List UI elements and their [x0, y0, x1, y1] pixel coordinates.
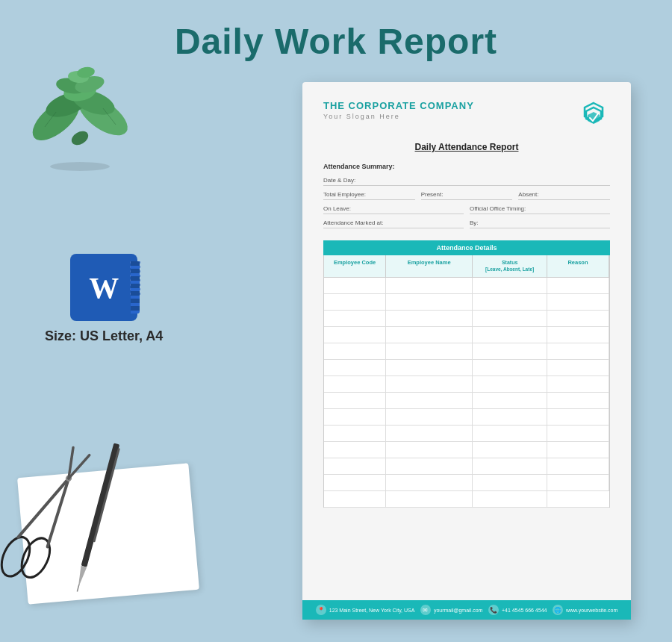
- word-icon-area: W Size: US Letter, A4: [45, 254, 163, 344]
- table-cell: [473, 458, 547, 475]
- plant-decoration: [15, 41, 146, 175]
- table-cell: [386, 426, 473, 442]
- table-cell: [386, 475, 473, 491]
- total-employee-value: [376, 190, 415, 198]
- svg-point-0: [50, 162, 110, 171]
- footer-website: 🌐 www.yourwebsite.com: [553, 605, 617, 615]
- size-label: Size: US Letter, A4: [45, 328, 163, 344]
- official-timing-group: Official Office Timing:: [470, 205, 610, 214]
- table-cell: [386, 442, 473, 458]
- on-leave-value: [376, 205, 464, 212]
- table-cell: [324, 442, 386, 458]
- phone-icon: 📞: [488, 605, 499, 615]
- table-cell: [324, 426, 386, 442]
- table-cell: [386, 376, 473, 393]
- col-header-reason: Reason: [547, 255, 609, 278]
- footer-address: 📍 123 Main Street, New York City, USA: [316, 605, 415, 615]
- table-cell: [473, 278, 547, 294]
- col-header-employee-code: Employee Code: [324, 255, 386, 278]
- table-columns: Employee Code Employee Name Status[Leave…: [323, 255, 610, 508]
- absent-label: Absent:: [518, 191, 552, 198]
- table-cell: [386, 409, 473, 426]
- word-letter: W: [89, 270, 119, 305]
- table-cell: [386, 294, 473, 311]
- attendance-summary-label: Attendance Summary:: [323, 163, 610, 170]
- table-cell: [547, 475, 609, 491]
- report-title: Daily Attendance Report: [323, 142, 610, 152]
- table-cell: [386, 278, 473, 294]
- table-cell: [547, 311, 609, 327]
- by-label: By:: [470, 219, 486, 226]
- table-cell: [547, 491, 609, 508]
- total-employee-label: Total Employee:: [323, 191, 376, 198]
- table-cell: [473, 393, 547, 409]
- table-cell: [473, 327, 547, 343]
- table-cell: [324, 409, 386, 426]
- table-cell: [324, 458, 386, 475]
- table-cell: [547, 343, 609, 360]
- table-cell: [473, 311, 547, 327]
- table-cell: [547, 376, 609, 393]
- footer-email: ✉ yourmail@gmail.com: [420, 605, 482, 615]
- table-cell: [386, 360, 473, 376]
- marked-at-group: Attendance Marked at:: [323, 219, 464, 228]
- footer-website-text: www.yourwebsite.com: [566, 608, 617, 613]
- table-cell: [386, 393, 473, 409]
- company-slogan: Your Slogan Here: [323, 113, 474, 120]
- table-cell: [547, 458, 609, 475]
- footer-address-text: 123 Main Street, New York City, USA: [329, 608, 415, 613]
- table-cell: [547, 278, 609, 294]
- present-group: Present:: [421, 190, 513, 200]
- table-cell: [473, 426, 547, 442]
- table-cell: [386, 458, 473, 475]
- document: THE CORPORATE COMPANY Your Slogan Here D…: [302, 82, 631, 620]
- attendance-marked-label: Attendance Marked at:: [323, 219, 405, 226]
- on-leave-group: On Leave:: [323, 205, 464, 214]
- col-header-status: Status[Leave, Absent, Late]: [473, 255, 547, 278]
- table-cell: [547, 409, 609, 426]
- table-cell: [473, 442, 547, 458]
- table-cell: [473, 294, 547, 311]
- table-cell: [547, 294, 609, 311]
- table-cell: [324, 393, 386, 409]
- employee-stats-row: Total Employee: Present: Absent:: [323, 190, 610, 200]
- table-cell: [547, 327, 609, 343]
- company-info: THE CORPORATE COMPANY Your Slogan Here: [323, 100, 474, 120]
- company-logo-icon: [577, 100, 610, 133]
- table-cell: [324, 376, 386, 393]
- table-cell: [547, 426, 609, 442]
- location-icon: 📍: [316, 605, 326, 615]
- word-icon: W: [70, 254, 137, 321]
- attendance-marked-value: [405, 219, 464, 226]
- by-group: By:: [470, 219, 610, 228]
- table-header: Attendance Details: [323, 240, 610, 255]
- attendance-details-section: Attendance Details Employee Code Employe…: [323, 240, 610, 600]
- by-value: [486, 219, 610, 226]
- table-cell: [547, 393, 609, 409]
- table-cell: [324, 343, 386, 360]
- svg-line-18: [77, 585, 79, 592]
- col-header-employee-name: Employee Name: [386, 255, 473, 278]
- official-timing-value: [544, 205, 610, 212]
- table-cell: [473, 376, 547, 393]
- table-cell: [547, 360, 609, 376]
- date-day-value: [391, 176, 610, 184]
- footer-email-text: yourmail@gmail.com: [434, 608, 482, 613]
- date-day-field: Date & Day:: [323, 176, 610, 186]
- table-cell: [324, 491, 386, 508]
- present-label: Present:: [421, 191, 458, 198]
- table-cell: [386, 311, 473, 327]
- doc-header: THE CORPORATE COMPANY Your Slogan Here: [323, 100, 610, 133]
- table-cell: [547, 442, 609, 458]
- leave-timing-row: On Leave: Official Office Timing:: [323, 205, 610, 214]
- table-cell: [473, 475, 547, 491]
- absent-value: [552, 190, 610, 198]
- table-cell: [324, 278, 386, 294]
- svg-point-13: [0, 533, 35, 581]
- table-cell: [473, 360, 547, 376]
- table-cell: [473, 491, 547, 508]
- absent-group: Absent:: [518, 190, 610, 200]
- table-cell: [324, 475, 386, 491]
- table-cell: [473, 343, 547, 360]
- web-icon: 🌐: [553, 605, 563, 615]
